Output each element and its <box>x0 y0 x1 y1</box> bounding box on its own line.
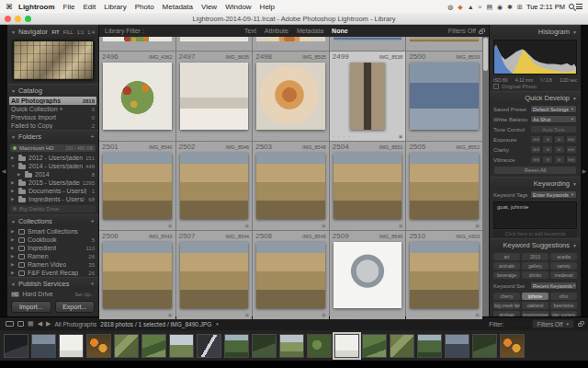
menu-view[interactable]: View <box>201 3 217 11</box>
disclosure-triangle-icon[interactable]: ▶ <box>11 197 16 201</box>
filter-lock-icon[interactable] <box>479 30 483 34</box>
rating-dots[interactable]: · · · · · <box>102 133 126 139</box>
qd-stepper-button[interactable]: ◀◀ <box>530 155 541 164</box>
keyword-set-chip[interactable]: beer/wine <box>550 302 577 309</box>
right-panel-collapse-strip[interactable]: ▶ <box>581 25 588 316</box>
menu-edit[interactable]: Edit <box>83 3 96 11</box>
photo-cell[interactable]: 2505IMG_8552· · · · ·▣ <box>406 142 482 230</box>
left-panel-collapse-strip[interactable]: ◀ <box>0 25 7 316</box>
menubar-status-icon[interactable]: ▤ <box>486 4 492 10</box>
menubar-status-icon[interactable]: ▲ <box>468 4 474 10</box>
photo-cell[interactable]: 2509IMG_8546· · · · · <box>330 231 406 319</box>
catalog-header[interactable]: ▼ Catalog <box>7 84 98 97</box>
filter-option-text[interactable]: Text <box>244 28 256 34</box>
keyword-tags-mode-dropdown[interactable]: Enter Keywords ▼ <box>530 190 577 199</box>
photo-cell-partial[interactable]: · · · · · <box>176 37 253 51</box>
qd-stepper-button[interactable]: ▶▶ <box>566 135 577 144</box>
rating-dots[interactable]: · · · · · <box>179 43 203 49</box>
filmstrip-thumbnail[interactable] <box>445 334 469 358</box>
menubar-status-icon[interactable]: ⊞ <box>517 4 523 10</box>
qd-stepper-button[interactable]: ◀ <box>542 155 553 164</box>
qd-stepper-button[interactable]: ◀ <box>542 145 553 154</box>
rating-dots[interactable]: · · · · · <box>255 223 279 228</box>
filter-option-none[interactable]: None <box>332 28 348 34</box>
rating-dots[interactable]: · · · · · <box>333 312 356 317</box>
qd-stepper-button[interactable]: ◀◀ <box>530 145 541 154</box>
folder-item[interactable]: ▶2015 - Users/jadenh1295 <box>7 178 98 187</box>
photo-cell[interactable]: 2497IMG_8635· · · · · <box>176 52 253 141</box>
rating-dots[interactable]: · · · · · <box>409 133 433 139</box>
go-forward-icon[interactable]: ▶ <box>46 320 51 328</box>
photo-cell[interactable]: 2496IMG_4362· · · · · <box>99 52 175 141</box>
histogram-header[interactable]: ▼ Histogram <box>490 25 581 38</box>
minimize-window-button[interactable] <box>15 16 21 22</box>
keyword-badge-icon[interactable]: ▣ <box>244 223 249 228</box>
disclosure-triangle-icon[interactable]: ▶ <box>11 246 16 250</box>
filter-preset-dropdown[interactable]: Filters Off <box>448 28 476 34</box>
qd-dropdown-saved-preset[interactable]: Default Settings▼ <box>530 105 577 113</box>
filter-option-metadata[interactable]: Metadata <box>297 28 323 34</box>
rating-dots[interactable]: · · · · · <box>409 312 433 317</box>
folders-header[interactable]: ▼ Folders + <box>7 130 98 143</box>
keyword-set-chip[interactable]: oakland <box>522 302 548 309</box>
rating-dots[interactable]: · · · · · <box>409 223 433 228</box>
secondary-window-icon[interactable] <box>17 321 24 327</box>
filmstrip-thumbnail[interactable] <box>31 334 56 358</box>
keyword-badge-icon[interactable]: ▣ <box>399 223 403 228</box>
photo-cell[interactable]: 2498IMG_8505· · · · · <box>253 52 329 141</box>
original-photo-checkbox-row[interactable]: Original Photo <box>490 83 581 91</box>
filmstrip-thumbnail[interactable] <box>362 334 387 358</box>
rating-dots[interactable]: · · · · · <box>102 312 126 317</box>
keyword-suggestion-chip[interactable]: animals <box>493 262 520 270</box>
filmstrip-thumbnail[interactable] <box>417 334 442 358</box>
rating-dots[interactable]: · · · · · <box>179 133 203 139</box>
export-button[interactable]: Export... <box>55 301 96 313</box>
filmstrip-thumbnail[interactable] <box>472 334 497 358</box>
rating-dots[interactable]: · · · · · <box>255 43 279 49</box>
reset-all-button[interactable]: Reset All <box>493 166 577 175</box>
filmstrip-status[interactable]: 2818 photos / 1 selected / IMG_8490.JPG <box>100 321 211 328</box>
menu-file[interactable]: File <box>63 3 75 11</box>
zoom-window-button[interactable] <box>25 16 31 22</box>
disclosure-triangle-icon[interactable]: ▶ <box>11 180 16 185</box>
qd-stepper-button[interactable]: ▶ <box>554 145 565 154</box>
keyword-badge-icon[interactable]: ▣ <box>244 312 249 317</box>
menubar-status-icon[interactable]: ◉ <box>497 4 503 10</box>
filmstrip-thumbnail[interactable] <box>197 334 221 358</box>
photo-cell[interactable]: 2500IMG_8539· · · · · <box>406 52 482 141</box>
keyword-set-chip[interactable]: big creek farm <box>493 302 520 309</box>
import-button[interactable]: Import... <box>11 301 51 313</box>
menu-photo[interactable]: Photo <box>135 3 154 11</box>
folder-item[interactable]: ▶Documents - Users/j1 <box>7 187 98 195</box>
keywording-header[interactable]: ▼ Keywording <box>490 177 581 190</box>
disclosure-triangle-icon[interactable]: ▶ <box>17 172 22 177</box>
keyword-set-dropdown[interactable]: Recent Keywords ▼ <box>530 282 577 290</box>
menubar-clock[interactable]: Tue 2:11 PM <box>526 3 565 11</box>
keyword-suggestion-chip[interactable]: drinks <box>522 271 548 279</box>
catalog-item[interactable]: All Photographs2818 <box>9 97 96 105</box>
notification-center-icon[interactable] <box>576 4 582 9</box>
collection-item[interactable]: ▶Ramen Video35 <box>7 260 98 269</box>
grid-view-icon[interactable]: ▦ <box>28 320 34 328</box>
rating-dots[interactable]: · · · · · <box>333 133 356 139</box>
rating-dots[interactable]: · · · · · <box>409 43 433 49</box>
disclosure-triangle-icon[interactable]: ▼ <box>11 164 16 168</box>
filmstrip-thumbnail[interactable] <box>141 334 166 358</box>
filmstrip-thumbnail[interactable] <box>59 334 84 358</box>
menubar-status-icon[interactable]: ✱ <box>507 4 513 10</box>
photo-cell[interactable]: 2499IMG_8538· · · · ·▣ <box>330 52 406 141</box>
volume-bar-offline[interactable]: Big Daddy Drive <box>10 205 96 213</box>
qd-button-auto-tone[interactable]: Auto Tone <box>530 125 577 133</box>
keyword-set-chip[interactable]: ohio <box>550 293 577 300</box>
rating-dots[interactable]: · · · · · <box>255 312 279 317</box>
folder-item[interactable]: ▶Ingredients - Users/68 <box>7 195 98 203</box>
disclosure-triangle-icon[interactable]: ▶ <box>11 237 16 242</box>
disclosure-triangle-icon[interactable]: ▶ <box>11 229 16 234</box>
qd-stepper-button[interactable]: ▶ <box>554 135 565 144</box>
spotlight-icon[interactable] <box>569 4 574 9</box>
keyword-badge-icon[interactable]: ▣ <box>322 223 326 228</box>
keyword-badge-icon[interactable]: ▣ <box>475 223 480 228</box>
filmstrip-thumbnail[interactable] <box>169 334 194 358</box>
photo-cell[interactable]: 2502IMG_8546· · · · ·▣ <box>176 142 253 230</box>
collection-item[interactable]: ▶F&F Event Recap26 <box>7 269 98 277</box>
